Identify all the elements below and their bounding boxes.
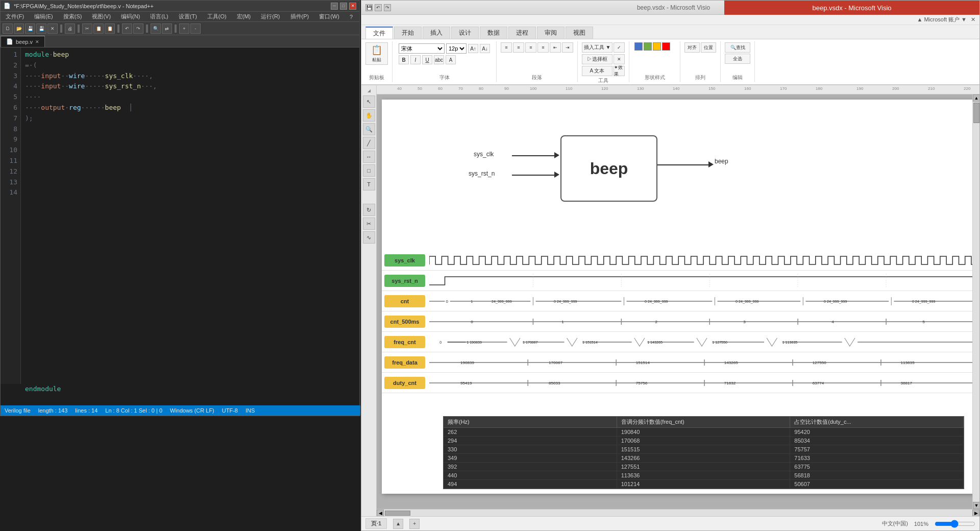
minimize-button[interactable]: ─ — [331, 3, 338, 10]
rotate-tool[interactable]: ↻ — [363, 204, 375, 216]
scroll-left-btn[interactable]: ◀ — [377, 510, 384, 517]
font-size-select[interactable]: 12pt — [446, 43, 467, 54]
scroll-right-btn[interactable]: ▶ — [972, 510, 979, 517]
text-tool-v[interactable]: T — [363, 178, 375, 190]
menu-tools[interactable]: 工具(O) — [204, 12, 230, 21]
insert-tool-expand[interactable]: ✓ — [614, 42, 625, 53]
new-button[interactable]: 🗋 — [3, 23, 13, 34]
align-left-button[interactable]: ≡ — [501, 42, 512, 53]
scrollbar-up-btn[interactable]: ▲ — [973, 94, 979, 102]
select-link-button[interactable]: ▷选择框 — [582, 54, 612, 64]
menu-run[interactable]: 运行(R) — [258, 12, 283, 21]
tab-review[interactable]: 审阅 — [537, 27, 565, 39]
undo-button[interactable]: ↶ — [122, 23, 132, 34]
active-tab[interactable]: 📄 beep.v ✕ — [1, 36, 45, 47]
font-shrink-button[interactable]: A↓ — [480, 44, 490, 53]
wave-tool[interactable]: ∿ — [363, 231, 375, 244]
tab-insert[interactable]: 插入 — [423, 27, 450, 39]
menu-file[interactable]: 文件(F) — [3, 12, 27, 21]
style-swatch-4[interactable] — [662, 42, 670, 51]
find-button[interactable]: 🔍 — [151, 23, 161, 34]
menu-encoding[interactable]: 编码(N) — [118, 12, 143, 21]
notepad-code-area[interactable]: 1234 5678 9101112 1314 module·beep =·( ·… — [1, 47, 359, 416]
paste-button[interactable]: 📋 粘贴 — [365, 42, 388, 65]
tab-data[interactable]: 数据 — [480, 27, 507, 39]
close-button-tb[interactable]: ✕ — [47, 23, 58, 34]
zoom-tool[interactable]: 🔍 — [363, 123, 375, 135]
fontcolor-button[interactable]: A — [446, 55, 456, 64]
connector-tool[interactable]: ↔ — [363, 151, 375, 163]
menu-settings[interactable]: 设置(T) — [176, 12, 200, 21]
scrollbar-h-thumb[interactable] — [385, 511, 410, 516]
copy-button[interactable]: 📋 — [93, 23, 104, 34]
redo-quick-button[interactable]: ↷ — [384, 4, 391, 11]
open-button[interactable]: 📂 — [14, 23, 24, 34]
underline-button[interactable]: U — [422, 55, 432, 64]
indent-less-button[interactable]: ⇤ — [550, 42, 561, 53]
visio-main-canvas[interactable]: sys_clk sys_rst_n beep — [377, 94, 979, 509]
select-close[interactable]: ✕ — [614, 54, 625, 64]
tab-process[interactable]: 进程 — [508, 27, 536, 39]
text-button[interactable]: A 文本 — [582, 66, 612, 76]
undo-quick-button[interactable]: ↶ — [375, 4, 382, 11]
tab-home[interactable]: 开始 — [394, 27, 422, 39]
zoom-out-button[interactable]: - — [190, 23, 201, 34]
menu-window[interactable]: 窗口(W) — [316, 12, 342, 21]
select-all-button[interactable]: 全选 — [725, 54, 750, 64]
maximize-button[interactable]: □ — [340, 3, 347, 10]
pan-tool[interactable]: ✋ — [363, 109, 375, 122]
italic-button[interactable]: I — [410, 55, 421, 64]
account-close[interactable]: ✕ — [971, 16, 975, 23]
replace-button[interactable]: ⇄ — [162, 23, 172, 34]
code-editor[interactable]: module·beep =·( ····input··wire·····sys_… — [21, 47, 359, 416]
crop-tool[interactable]: ✂ — [363, 218, 375, 230]
tab-file[interactable]: 文件 — [365, 27, 393, 39]
shape-tool[interactable]: □ — [363, 164, 375, 177]
position-button[interactable]: 位置 — [701, 42, 716, 53]
bold-button[interactable]: B — [399, 55, 409, 64]
style-swatch-2[interactable] — [644, 42, 652, 51]
scrollbar-h[interactable]: ◀ ▶ — [377, 509, 979, 516]
align-center-button[interactable]: ≡ — [513, 42, 524, 53]
scrollbar-v[interactable]: ▲ ▼ — [972, 94, 979, 509]
zoom-in-button[interactable]: + — [179, 23, 189, 34]
draw-line-tool[interactable]: ╱ — [363, 137, 375, 149]
tab-close[interactable]: ✕ — [35, 39, 39, 44]
menu-language[interactable]: 语言(L) — [147, 12, 171, 21]
menu-search[interactable]: 搜索(S) — [60, 12, 85, 21]
tab-design[interactable]: 设计 — [451, 27, 479, 39]
cut-button[interactable]: ✂ — [82, 23, 92, 34]
tab-view[interactable]: 视图 — [566, 27, 593, 39]
save-all-button[interactable]: 💾 — [36, 23, 46, 34]
zoom-slider[interactable] — [935, 520, 975, 528]
insert-tool-button[interactable]: 插入工具 ▼ — [582, 42, 612, 53]
align-button[interactable]: 对齐 — [684, 42, 700, 53]
findreplace-button[interactable]: 🔍查找 — [725, 42, 750, 53]
font-select[interactable]: 宋体 — [399, 43, 445, 54]
menu-view[interactable]: 视图(V) — [89, 12, 114, 21]
justify-button[interactable]: ≡ — [537, 42, 549, 53]
save-button[interactable]: 💾 — [25, 23, 35, 34]
print-button[interactable]: 🖨 — [65, 23, 75, 34]
font-grow-button[interactable]: A↑ — [468, 44, 478, 53]
scrollbar-thumb[interactable] — [973, 103, 979, 123]
close-button[interactable]: ✕ — [349, 3, 356, 10]
page-nav-up[interactable]: ▲ — [393, 519, 403, 529]
paste-button[interactable]: 📋 — [105, 23, 115, 34]
effects-button[interactable]: ✦效果 — [614, 66, 625, 76]
strikethrough-button[interactable]: abc — [434, 55, 444, 64]
redo-button[interactable]: ↷ — [133, 23, 143, 34]
menu-edit[interactable]: 编辑(E) — [31, 12, 56, 21]
scrollbar-down-btn[interactable]: ▼ — [973, 502, 979, 509]
add-page-button[interactable]: + — [409, 519, 420, 529]
style-swatch-3[interactable] — [653, 42, 661, 51]
menu-plugins[interactable]: 插件(P) — [287, 12, 312, 21]
save-quick-button[interactable]: 💾 — [365, 4, 373, 11]
style-swatch-1[interactable] — [634, 42, 643, 51]
align-right-button[interactable]: ≡ — [525, 42, 536, 53]
menu-macro[interactable]: 宏(M) — [234, 12, 254, 21]
pointer-tool[interactable]: ↖ — [363, 95, 375, 108]
menu-help[interactable]: ? — [347, 13, 356, 21]
indent-more-button[interactable]: ⇥ — [562, 42, 573, 53]
page-tab-1[interactable]: 页·1 — [365, 518, 387, 529]
